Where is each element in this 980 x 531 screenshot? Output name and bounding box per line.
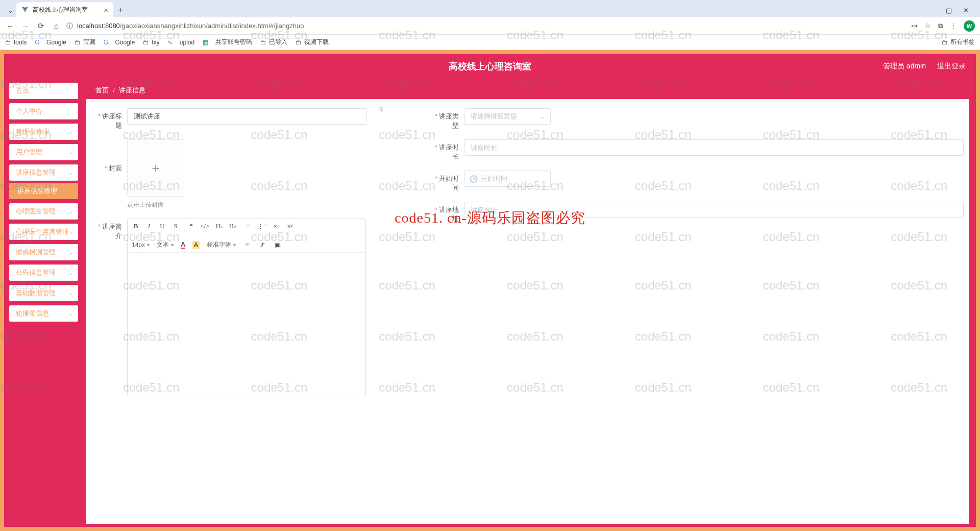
app-header: 高校线上心理咨询室 管理员 admin 退出登录 <box>4 54 976 79</box>
bookmark-item[interactable]: 宝藏 <box>75 38 95 46</box>
h1-icon[interactable]: H₁ <box>215 222 224 230</box>
quote-icon[interactable]: ❝ <box>187 222 195 230</box>
label-address: 讲座地址 <box>428 202 464 224</box>
back-icon[interactable]: ← <box>5 21 15 30</box>
menu-dots-icon[interactable]: ⋮ <box>950 22 957 30</box>
close-icon[interactable]: × <box>104 6 108 14</box>
rich-editor: B I U S ❝ </> <box>127 219 366 396</box>
url-field[interactable]: ⓘ localhost:8080/gaoxiaoxianshangxinlizh… <box>66 21 906 31</box>
extensions-icon[interactable]: ⧉ <box>938 22 943 30</box>
minimize-icon[interactable]: — <box>928 7 935 14</box>
current-user[interactable]: 管理员 admin <box>883 62 926 71</box>
bookmark-item[interactable]: ▦ 共享账号密码 <box>203 38 252 46</box>
label-lecture-title: 讲座标题 <box>91 108 127 130</box>
sidebar-item-doctor-consult[interactable]: 心理医生咨询管理 <box>9 224 78 240</box>
code-icon[interactable]: </> <box>200 222 208 230</box>
maximize-icon[interactable]: ▢ <box>946 7 952 14</box>
label-start-time: 开始时间 <box>428 171 464 192</box>
clock-icon: 🕒 <box>470 175 478 183</box>
ul-icon[interactable]: ⋮≡ <box>257 222 265 230</box>
ol-icon[interactable]: ≡ <box>244 222 252 230</box>
home-icon[interactable]: ⌂ <box>51 21 61 30</box>
browser-tab[interactable]: 高校线上心理咨询室 × <box>16 2 113 17</box>
italic-icon[interactable]: I <box>145 222 153 230</box>
sidebar-item-admin[interactable]: 管理员管理 <box>9 124 78 140</box>
input-address[interactable] <box>464 202 964 218</box>
editor-toolbar: B I U S ❝ </> <box>128 219 365 253</box>
breadcrumb-sep: / <box>113 87 115 94</box>
font-family-select[interactable]: 标准字体▾ <box>207 240 236 249</box>
sidebar-item-notice[interactable]: 公告信息管理 <box>9 264 78 281</box>
form-area: 讲座标题 封面 + 点击上传封面 <box>86 99 969 524</box>
browser-chrome: ⌄ 高校线上心理咨询室 × + — ▢ ✕ ← → ⟳ ⌂ ⓘ localhos… <box>0 0 980 50</box>
sidebar-item-lecture[interactable]: 讲座信息管理 <box>9 164 78 181</box>
highlight-icon[interactable]: A <box>192 241 199 249</box>
sidebar-item-profile[interactable]: 个人中心 <box>9 103 78 119</box>
url-host: localhost:8080 <box>77 22 120 30</box>
app-title: 高校线上心理咨询室 <box>449 60 531 73</box>
logout-link[interactable]: 退出登录 <box>937 62 966 71</box>
profile-avatar[interactable]: W <box>964 20 975 32</box>
address-bar: ← → ⟳ ⌂ ⓘ localhost:8080/gaoxiaoxianshan… <box>0 17 980 35</box>
upload-cover[interactable]: + <box>127 139 184 197</box>
sidebar-sub-lecture-manage[interactable]: 讲座信息管理 <box>9 183 78 199</box>
close-window-icon[interactable]: ✕ <box>963 7 969 14</box>
input-start-time[interactable]: 🕒 开始时间 <box>464 171 551 187</box>
input-lecture-title[interactable] <box>127 108 367 125</box>
image-icon[interactable]: ▣ <box>274 241 282 249</box>
editor-body[interactable] <box>128 253 365 396</box>
subscript-icon[interactable]: x₂ <box>273 222 281 230</box>
sidebar-item-basedata[interactable]: 基础数据管理 <box>9 285 78 301</box>
bold-icon[interactable]: B <box>132 222 140 230</box>
text-color-icon[interactable]: A <box>181 242 185 249</box>
site-info-icon[interactable]: ⓘ <box>66 21 73 31</box>
plus-icon: + <box>152 160 159 176</box>
bookmark-bar: tools G Google 宝藏 G Google txy ∿ uplod ▦… <box>0 35 980 50</box>
new-tab-button[interactable]: + <box>113 3 128 17</box>
font-size-select[interactable]: 14px▾ <box>132 242 150 249</box>
bookmark-item[interactable]: txy <box>143 39 159 46</box>
bookmark-item[interactable]: 视频下载 <box>296 38 329 46</box>
bookmark-item[interactable]: G Google <box>35 39 66 46</box>
underline-icon[interactable]: U <box>158 222 166 230</box>
password-key-icon[interactable]: ⊶ <box>911 22 918 30</box>
breadcrumb-current: 讲座信息 <box>119 86 145 95</box>
sidebar-item-doctor[interactable]: 心理医生管理 <box>9 203 78 220</box>
label-cover: 封面 <box>91 139 127 173</box>
window-controls: — ▢ ✕ <box>928 7 976 17</box>
align-icon[interactable]: ≡ <box>243 241 251 249</box>
vue-icon <box>21 6 29 13</box>
clear-format-icon[interactable]: T̷ <box>258 241 266 249</box>
input-duration[interactable] <box>464 139 964 156</box>
tab-title: 高校线上心理咨询室 <box>33 6 88 14</box>
main-panel: 首页 / 讲座信息 讲座标题 封面 <box>86 82 969 524</box>
tab-bar: ⌄ 高校线上心理咨询室 × + — ▢ ✕ <box>0 0 980 17</box>
bookmark-star-icon[interactable]: ☆ <box>925 22 931 30</box>
bookmark-item[interactable]: ∿ uplod <box>167 39 194 46</box>
tab-dropdown-icon[interactable]: ⌄ <box>4 3 16 17</box>
breadcrumb: 首页 / 讲座信息 <box>86 82 969 99</box>
url-path: /gaoxiaoxianshangxinlizhixun/admin/dist/… <box>120 22 304 30</box>
app: 高校线上心理咨询室 管理员 admin 退出登录 首页 个人中心 管理员管理 用… <box>3 53 977 528</box>
breadcrumb-home[interactable]: 首页 <box>95 86 109 95</box>
bookmark-item[interactable]: tools <box>5 39 27 46</box>
sidebar-item-carousel[interactable]: 轮播图信息 <box>9 305 78 322</box>
label-lecture-type: 讲座类型 <box>428 108 464 130</box>
superscript-icon[interactable]: x² <box>286 222 294 230</box>
label-duration: 讲座时长 <box>428 139 464 161</box>
label-intro: 讲座简介 <box>91 219 127 240</box>
strike-icon[interactable]: S <box>172 222 180 230</box>
sidebar-item-treehole[interactable]: 情感树洞管理 <box>9 244 78 260</box>
select-lecture-type[interactable]: 请选择讲座类型 <box>464 108 551 125</box>
bookmark-item[interactable]: 已导入 <box>260 38 287 46</box>
upload-hint: 点击上传封面 <box>127 201 367 209</box>
sidebar-item-users[interactable]: 用户管理 <box>9 144 78 160</box>
forward-icon: → <box>20 21 31 30</box>
bookmark-item[interactable]: G Google <box>104 39 135 46</box>
sidebar-item-home[interactable]: 首页 <box>9 83 78 99</box>
bookmark-all[interactable]: 所有书签 <box>942 38 975 46</box>
h2-icon[interactable]: H₂ <box>229 222 237 230</box>
text-menu-select[interactable]: 文本▾ <box>157 240 174 249</box>
sidebar: 首页 个人中心 管理员管理 用户管理 讲座信息管理 讲座信息管理 心理医生管理 … <box>4 79 83 527</box>
reload-icon[interactable]: ⟳ <box>36 21 46 31</box>
